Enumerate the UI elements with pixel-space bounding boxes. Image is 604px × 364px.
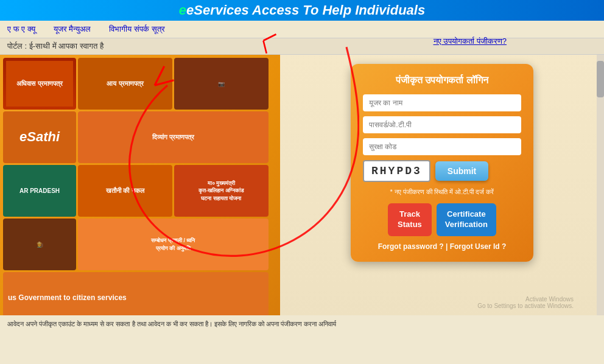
- forgot-links: Forgot password ? | Forgot User Id ?: [363, 242, 521, 251]
- username-input[interactable]: [363, 94, 521, 111]
- aay-item[interactable]: आय प्रमाणपत्र: [78, 58, 172, 110]
- submit-button[interactable]: Submit: [435, 161, 488, 181]
- bottom-description: आवेदन अपने पंजीकृत एकाउंट के माध्यम से क…: [7, 320, 336, 327]
- scrollbar-thumb[interactable]: [597, 61, 604, 97]
- captcha-image: RHYPD3: [363, 160, 430, 182]
- nav-dept-contact[interactable]: विभागीय संपर्क सूत्र: [109, 24, 164, 34]
- row4-col1: 👨‍🌾: [3, 219, 76, 270]
- nav-user-manual[interactable]: यूजर मैन्युअल: [54, 24, 91, 34]
- welcome-text: पोर्टल : ई-साथी में आपका स्वागत है: [7, 41, 104, 51]
- login-box: पंजीकृत उपयोगकर्ता लॉगिन RHYPD3 Submit *…: [351, 64, 533, 262]
- new-user-registration-link[interactable]: नए उपयोगकर्ता पंजीकरण?: [434, 37, 507, 46]
- nav-faq[interactable]: ए फ ए क्यू: [7, 24, 35, 34]
- otp-note: * नए पंजीकरण की स्थिति में ओ.टी.पी दर्ज …: [363, 188, 521, 196]
- bottom-text: आवेदन अपने पंजीकृत एकाउंट के माध्यम से क…: [0, 315, 604, 364]
- welcome-bar: पोर्टल : ई-साथी में आपका स्वागत है: [0, 38, 604, 55]
- security-code-input[interactable]: [363, 138, 521, 155]
- row2-col1: eSathi: [3, 111, 76, 163]
- khatauni-item[interactable]: खतौनी की नकल: [78, 165, 172, 217]
- forgot-userid-link[interactable]: Forgot User Id ?: [450, 242, 507, 251]
- windows-line1: Activate Windows: [477, 296, 574, 303]
- nav-bar: ए फ ए क्यू यूजर मैन्युअल विभागीय संपर्क …: [0, 21, 604, 38]
- login-title: पंजीकृत उपयोगकर्ता लॉगिन: [363, 75, 521, 86]
- password-input[interactable]: [363, 116, 521, 133]
- site-title: eeServices Access To Help Individuals: [6, 2, 598, 18]
- windows-watermark: Activate Windows Go to Settings to activ…: [477, 296, 574, 309]
- certificate-verify-button[interactable]: CertificateVerification: [437, 203, 496, 236]
- sambodhann-item[interactable]: सम्बोधन प्रणाली / ध्वनि प्रयोग की अनुमति: [78, 219, 269, 270]
- mukhyamantri-item[interactable]: मा० मुख्यमंत्री कृत-खलिहान अग्निकांड घटन…: [174, 165, 269, 217]
- row3-col1: AR PRADESH: [3, 165, 76, 217]
- captcha-row: RHYPD3 Submit: [363, 160, 521, 182]
- track-status-button[interactable]: TrackStatus: [388, 203, 432, 236]
- action-buttons: TrackStatus CertificateVerification: [363, 203, 521, 236]
- divyang-item[interactable]: दिव्यांग प्रमाणपत्र: [78, 111, 269, 163]
- forgot-links-separator: |: [446, 242, 450, 251]
- adhivaas-item[interactable]: अधिवास प्रमाणपत्र: [3, 58, 76, 110]
- windows-line2: Go to Settings to activate Windows.: [477, 303, 574, 309]
- header: eeServices Access To Help Individuals: [0, 0, 604, 21]
- forgot-password-link[interactable]: Forgot password ?: [378, 242, 444, 251]
- img-row1-col3: 📷: [174, 58, 269, 110]
